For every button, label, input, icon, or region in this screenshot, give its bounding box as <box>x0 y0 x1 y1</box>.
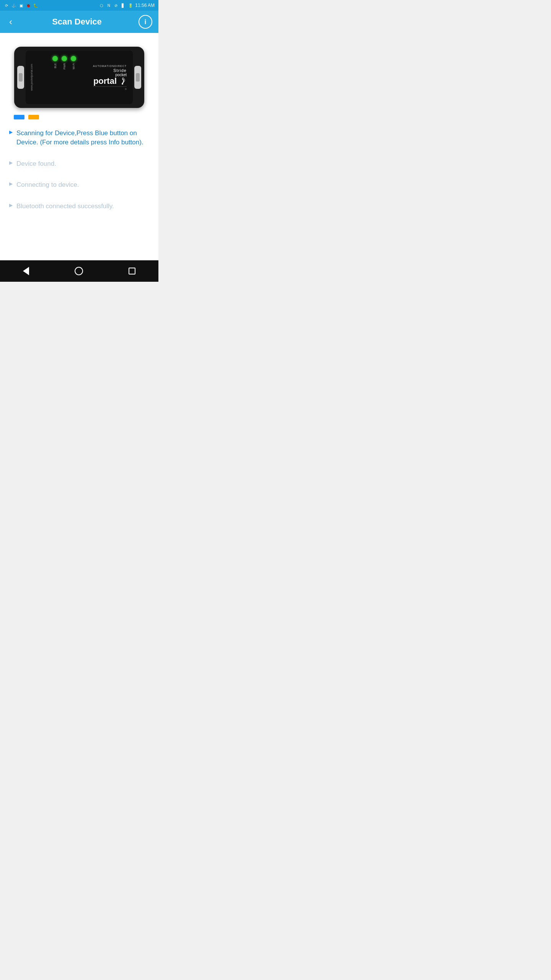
usb-icon: ⚓ <box>11 3 16 8</box>
status-text-connected: Bluetooth connected successfully. <box>16 202 114 211</box>
status-left-icons: ⟳ ⚓ ▣ 🐞 🐛 <box>4 3 38 8</box>
nav-home-icon <box>75 267 83 275</box>
info-button[interactable]: i <box>139 15 152 29</box>
screenshot-icon: ▣ <box>18 3 24 8</box>
led-pwr-light <box>62 56 67 61</box>
brand-automation-text: AUTOMATIONDIRECT <box>93 65 127 67</box>
left-handle <box>17 66 24 89</box>
arrow-scanning: ▶ <box>9 129 13 135</box>
brand-stride-text: Stride <box>113 68 127 73</box>
wifi-waves-icon <box>118 77 127 85</box>
status-item-connected: ▶ Bluetooth connected successfully. <box>9 202 149 211</box>
status-item-connecting: ▶ Connecting to device. <box>9 180 149 189</box>
bluetooth-icon: ⬡ <box>99 3 104 8</box>
rotation-icon: ⟳ <box>4 3 9 8</box>
nav-back-button[interactable] <box>17 264 35 278</box>
nav-recents-button[interactable] <box>122 265 142 278</box>
status-text-connecting: Connecting to device. <box>16 180 79 189</box>
device-image-container: www.pocketportal.com BLE PWR Wi-Fi <box>6 39 152 112</box>
main-content: www.pocketportal.com BLE PWR Wi-Fi <box>0 33 158 260</box>
arrow-connecting: ▶ <box>9 181 13 186</box>
led-wifi-label: Wi-Fi <box>72 63 75 69</box>
led-pwr-label: PWR <box>63 63 66 69</box>
nav-back-icon <box>23 267 29 275</box>
blue-button <box>14 115 24 119</box>
arrow-found: ▶ <box>9 160 13 165</box>
website-text: www.pocketportal.com <box>30 64 33 91</box>
brand-area: AUTOMATIONDIRECT Stride pocket portal <box>93 65 127 90</box>
nfc-icon: N <box>106 3 111 8</box>
status-right-icons: ⬡ N ⊘ ▋ 🔋 11:56 AM <box>99 3 155 8</box>
orange-button <box>28 115 39 119</box>
led-wifi: Wi-Fi <box>71 56 76 69</box>
led-row: BLE PWR Wi-Fi <box>52 56 76 69</box>
debug-icon-2: 🐛 <box>33 3 38 8</box>
status-bar: ⟳ ⚓ ▣ 🐞 🐛 ⬡ N ⊘ ▋ 🔋 11:56 AM <box>0 0 158 11</box>
status-list: ▶ Scanning for Device,Press Blue button … <box>6 129 152 223</box>
led-wifi-light <box>71 56 76 61</box>
status-item-scanning: ▶ Scanning for Device,Press Blue button … <box>9 129 149 147</box>
app-bar: ‹ Scan Device i <box>0 11 158 33</box>
device-buttons <box>6 115 152 119</box>
back-icon: ‹ <box>9 16 12 27</box>
right-handle <box>134 66 141 89</box>
device-body: www.pocketportal.com BLE PWR Wi-Fi <box>14 47 144 108</box>
led-ble: BLE <box>52 56 58 68</box>
brand-divider <box>93 87 127 87</box>
battery-icon: 🔋 <box>128 3 133 8</box>
nav-home-button[interactable] <box>68 264 89 278</box>
device-face: www.pocketportal.com BLE PWR Wi-Fi <box>26 51 133 104</box>
bottom-nav-bar <box>0 260 158 282</box>
handle-slot-right <box>136 73 140 82</box>
handle-slot-left <box>19 73 23 82</box>
signal-icon: ▋ <box>121 3 126 8</box>
info-icon: i <box>144 18 146 26</box>
debug-icon-1: 🐞 <box>26 3 31 8</box>
page-title: Scan Device <box>52 17 102 27</box>
svg-point-0 <box>122 83 123 85</box>
status-text-scanning: Scanning for Device,Press Blue button on… <box>16 129 149 147</box>
status-item-found: ▶ Device found. <box>9 159 149 168</box>
brand-tag: ® <box>125 88 127 90</box>
led-pwr: PWR <box>62 56 67 69</box>
wifi-icon: ⊘ <box>113 3 119 8</box>
led-ble-light <box>52 56 58 61</box>
arrow-connected: ▶ <box>9 203 13 208</box>
brand-pocket-text: pocket <box>116 73 127 77</box>
brand-portal-text: portal <box>93 77 117 85</box>
back-button[interactable]: ‹ <box>6 15 15 29</box>
status-time: 11:56 AM <box>135 3 155 8</box>
nav-square-icon <box>129 268 135 274</box>
status-text-found: Device found. <box>16 159 56 168</box>
led-ble-label: BLE <box>54 63 57 68</box>
